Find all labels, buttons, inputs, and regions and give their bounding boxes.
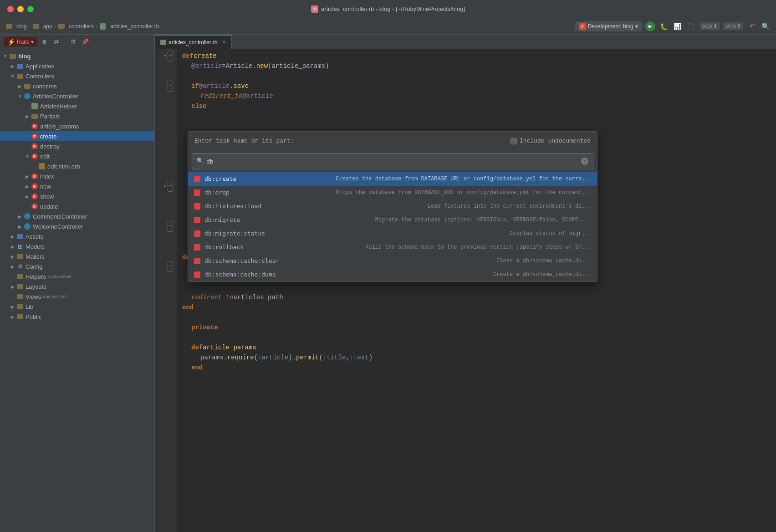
code-line-end1: end <box>182 302 771 312</box>
popup-item-db-migrate-status[interactable]: db:migrate:status Display status of migr… <box>188 227 597 240</box>
run-config-dropdown-icon[interactable]: ▾ <box>635 23 638 30</box>
task-name-db-migrate: db:migrate <box>204 215 296 225</box>
main-area: ▼ blog ▶ Application ▼ Controllers <box>0 49 776 532</box>
tree-item-update[interactable]: m update <box>0 201 154 211</box>
tree-item-assets[interactable]: ▶ Assets <box>0 231 154 241</box>
rake-icon-db-create <box>194 175 201 183</box>
tree-item-helpers[interactable]: Helpers unclassified <box>0 271 154 281</box>
tree-item-show[interactable]: ▶ m show <box>0 191 154 201</box>
popup-item-db-drop[interactable]: db:drop Drops the database from DATABASE… <box>188 186 597 200</box>
vcs-button-1[interactable]: VCS ⬆ <box>700 22 720 30</box>
popup-item-db-create[interactable]: db:create Creates the database from DATA… <box>188 172 597 186</box>
editor-area: ● − − ● − <box>155 49 776 532</box>
breadcrumb-file[interactable]: articles_controller.rb <box>99 23 159 30</box>
breadcrumb-app[interactable]: app <box>32 23 52 30</box>
tree-item-public[interactable]: ▶ Public <box>0 312 154 322</box>
task-name-db-create: db:create <box>204 174 296 184</box>
tree-item-blog[interactable]: ▼ blog <box>0 51 154 61</box>
run-config-label: Development: blog <box>588 23 633 30</box>
views-badge: unclassified <box>43 294 66 299</box>
close-button[interactable] <box>7 6 14 12</box>
vcs-button-2[interactable]: VCS ⬇ <box>723 22 743 30</box>
sidebar-layout-icon[interactable]: ⇄ <box>52 37 61 46</box>
popup-item-db-schema-cache-dump[interactable]: db:schema:cache:dump Create a db/schema_… <box>188 268 597 281</box>
minimize-button[interactable] <box>17 6 24 12</box>
tree-item-concerns[interactable]: ▶ concerns <box>0 81 154 91</box>
tree-item-index[interactable]: ▶ m index <box>0 171 154 181</box>
task-desc-db-migrate-status: Display status of migr... <box>296 229 592 239</box>
tree-item-application[interactable]: ▶ Application <box>0 61 154 71</box>
popup-item-db-fixtures-load[interactable]: db:fixtures:load Load fixtures into the … <box>188 200 597 213</box>
code-line-5: redirect_to @article <box>182 91 771 101</box>
tab-label: articles_controller.rb <box>168 39 217 46</box>
debug-button[interactable]: 🐛 <box>659 21 669 31</box>
tree-item-edit-html-erb[interactable]: edit.html.erb <box>0 161 154 171</box>
task-desc-db-drop: Drops the database from DATABASE_URL or … <box>296 188 592 198</box>
code-line-6: else <box>182 101 771 111</box>
history-button[interactable]: ↶ <box>747 21 757 31</box>
tree-item-mailers[interactable]: ▶ Mailers <box>0 251 154 261</box>
tree-item-partials[interactable]: ▶ Partials <box>0 111 154 121</box>
sidebar-gear-icon[interactable]: ⚙ <box>69 37 78 46</box>
helpers-badge: unclassified <box>48 274 71 279</box>
rails-badge[interactable]: ⚡ Rails ▾ <box>4 37 37 46</box>
code-editor[interactable]: def create @article = Article . new ( ar… <box>177 49 776 532</box>
maximize-button[interactable] <box>27 6 34 12</box>
tree-item-create[interactable]: m create <box>0 131 154 141</box>
code-line-1: def create <box>182 51 771 61</box>
tree-item-lib[interactable]: ▶ Lib <box>0 302 154 312</box>
rake-icon-db-schema-cache-dump <box>194 271 201 278</box>
breadcrumb-controllers[interactable]: controllers <box>58 23 94 30</box>
code-line-private: private <box>182 322 771 332</box>
task-desc-db-schema-cache-dump: Create a db/schema_cache.du... <box>296 270 592 280</box>
code-line-2: @article = Article . new ( article_param… <box>182 61 771 71</box>
sidebar-pin-icon[interactable]: 📌 <box>81 37 90 46</box>
tree-item-article-params[interactable]: m article_params <box>0 121 154 131</box>
breadcrumb-blog[interactable]: blog <box>5 23 27 30</box>
title-bar-icon: rb <box>311 5 318 13</box>
popup-item-db-migrate[interactable]: db:migrate Migrate the database (options… <box>188 213 597 227</box>
popup-item-db-rollback[interactable]: db:rollback Rolls the schema back to the… <box>188 240 597 254</box>
autocomplete-popup[interactable]: Enter task name or its part: Include und… <box>188 131 597 282</box>
task-name-db-rollback: db:rollback <box>204 242 296 252</box>
rake-icon-db-migrate <box>194 216 201 224</box>
run-button[interactable]: ▶ <box>645 21 655 31</box>
rails-icon: ⚡ <box>7 38 15 46</box>
include-undocumented-checkbox[interactable] <box>511 138 517 144</box>
rake-icon-db-schema-cache-clear <box>194 257 201 265</box>
stop-button[interactable]: ⬛ <box>686 21 696 31</box>
tree-item-edit[interactable]: ▼ m edit <box>0 151 154 161</box>
tab-close-button[interactable]: ✕ <box>222 39 226 45</box>
tree-item-views[interactable]: Views unclassified <box>0 292 154 302</box>
search-clear-button[interactable]: ✕ <box>581 158 588 165</box>
breakpoint-marker: ● <box>164 51 166 61</box>
sidebar-settings-icon[interactable]: ⊕ <box>40 37 49 46</box>
tree-item-articles-helper[interactable]: ArticlesHelper <box>0 101 154 111</box>
popup-search-field[interactable]: 🔍 ✕ <box>192 153 593 169</box>
tree-item-welcome-controller[interactable]: ▶ WelcomeController <box>0 221 154 231</box>
code-line-params: params . require ( :article ). permit ( … <box>182 353 771 363</box>
tree-item-layouts[interactable]: ▶ Layouts <box>0 281 154 292</box>
tree-item-models[interactable]: ▶ ⊞ Models <box>0 241 154 251</box>
task-search-input[interactable] <box>206 158 578 165</box>
tree-item-controllers[interactable]: ▼ Controllers <box>0 71 154 81</box>
popup-item-db-schema-cache-clear[interactable]: db:schema:cache:clear Clear a db/schema_… <box>188 254 597 268</box>
task-desc-db-rollback: Rolls the schema back to the previous ve… <box>296 242 592 252</box>
tree-item-config[interactable]: ▶ ⚙ Config <box>0 261 154 271</box>
editor-content: ● − − ● − <box>155 49 776 532</box>
search-button[interactable]: 🔍 <box>761 21 771 31</box>
popup-title: Enter task name or its part: <box>194 136 294 146</box>
tree-item-articles-controller[interactable]: ▼ ArticlesController <box>0 91 154 101</box>
run-coverage-button[interactable]: 📊 <box>673 21 683 31</box>
file-tab-articles-controller[interactable]: articles_controller.rb ✕ <box>155 35 232 49</box>
rails-run-icon: ⚡ <box>579 23 586 30</box>
window-controls[interactable] <box>7 6 34 12</box>
tree-item-new[interactable]: ▶ m new <box>0 181 154 191</box>
run-config-selector[interactable]: ⚡ Development: blog ▾ <box>575 21 642 31</box>
task-name-db-drop: db:drop <box>204 188 296 198</box>
tree-item-destroy[interactable]: m destroy <box>0 141 154 151</box>
task-name-db-schema-cache-clear: db:schema:cache:clear <box>204 256 296 266</box>
popup-results-list: db:create Creates the database from DATA… <box>188 172 597 281</box>
tree-item-comments-controller[interactable]: ▶ CommentsController <box>0 211 154 221</box>
include-undocumented-label: Include undocumented <box>520 136 591 146</box>
